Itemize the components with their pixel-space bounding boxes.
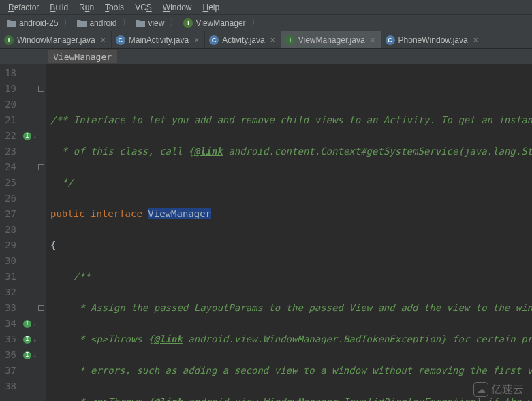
menu-bar: Refactor Build Run Tools VCS Window Help	[0, 0, 532, 15]
line-number: 20	[0, 97, 16, 112]
close-icon[interactable]: ×	[193, 35, 200, 45]
breadcrumb-label: android	[89, 18, 116, 28]
close-icon[interactable]: ×	[99, 35, 107, 45]
class-banner: ViewManager	[0, 49, 532, 64]
chevron-right-icon: 〉	[170, 17, 178, 29]
breadcrumb: android-25 〉 android 〉 view 〉 I ViewMana…	[0, 15, 532, 31]
code-area[interactable]: /** Interface to let you add and remove …	[46, 64, 532, 401]
class-icon: C	[209, 35, 219, 45]
implements-marker-icon[interactable]: I	[23, 336, 31, 344]
line-number: 36	[0, 347, 16, 363]
line-number: 37	[0, 363, 16, 379]
marker-gutter: I↓ I↓ I↓ I↓	[22, 64, 37, 401]
line-number: 29	[0, 238, 16, 253]
chevron-right-icon: 〉	[122, 17, 130, 29]
line-number: 22	[0, 128, 16, 144]
tab-mainactivity[interactable]: C MainActivity.java ×	[112, 31, 206, 48]
menu-vcs[interactable]: VCS	[129, 1, 157, 14]
breadcrumb-label: ViewManager	[195, 18, 245, 28]
tab-label: Activity.java	[222, 35, 264, 45]
line-number: 26	[0, 191, 16, 206]
interface-icon: I	[285, 35, 295, 45]
tab-phonewindow[interactable]: C PhoneWindow.java ×	[381, 31, 484, 48]
fold-toggle-icon[interactable]: −	[38, 305, 44, 311]
implements-marker-icon[interactable]: I	[23, 132, 31, 140]
tab-label: PhoneWindow.java	[398, 35, 468, 45]
chevron-right-icon: 〉	[63, 17, 72, 29]
line-number-gutter: 1819202122232425262728293031323334353637…	[0, 64, 22, 401]
fold-toggle-icon[interactable]: −	[38, 164, 44, 170]
class-banner-label: ViewManager	[48, 50, 117, 63]
implements-marker-icon[interactable]: I	[23, 351, 31, 359]
breadcrumb-class[interactable]: I ViewManager	[179, 18, 249, 28]
code-editor[interactable]: 1819202122232425262728293031323334353637…	[0, 64, 532, 401]
tab-viewmanager[interactable]: I ViewManager.java ×	[281, 31, 381, 48]
class-icon: C	[386, 35, 395, 45]
class-icon: C	[116, 35, 125, 45]
line-number: 32	[0, 285, 16, 300]
implements-marker-icon[interactable]: I	[23, 320, 31, 328]
breadcrumb-subpkg[interactable]: view	[131, 18, 168, 28]
interface-icon: I	[183, 18, 193, 28]
line-number: 31	[0, 269, 16, 285]
tab-label: ViewManager.java	[298, 35, 365, 45]
line-number: 24	[0, 159, 16, 175]
fold-toggle-icon[interactable]: −	[38, 86, 44, 92]
tab-label: WindowManager.java	[17, 35, 95, 45]
menu-run[interactable]: Run	[74, 1, 99, 14]
package-icon	[77, 19, 87, 27]
package-icon	[136, 19, 145, 27]
line-number: 34	[0, 316, 16, 332]
tab-activity[interactable]: C Activity.java ×	[205, 31, 281, 48]
line-number: 27	[0, 206, 16, 222]
breadcrumb-label: view	[148, 18, 164, 28]
line-number: 21	[0, 112, 16, 128]
line-number: 18	[0, 65, 16, 81]
menu-build[interactable]: Build	[44, 1, 74, 14]
line-number: 38	[0, 379, 16, 394]
folder-icon	[7, 19, 16, 27]
cloud-icon: ☁	[473, 382, 488, 397]
line-number: 33	[0, 300, 16, 316]
breadcrumb-sdk[interactable]: android-25	[3, 18, 62, 28]
fold-gutter: − − −	[37, 64, 46, 401]
tab-label: MainActivity.java	[129, 35, 189, 45]
editor-tabs: I WindowManager.java × C MainActivity.ja…	[0, 31, 532, 49]
close-icon[interactable]: ×	[369, 35, 377, 45]
watermark: ☁ 亿速云	[473, 382, 524, 397]
line-number: 23	[0, 144, 16, 159]
tab-windowmanager[interactable]: I WindowManager.java ×	[0, 31, 112, 48]
line-number: 19	[0, 81, 16, 97]
menu-window[interactable]: Window	[157, 1, 198, 14]
watermark-label: 亿速云	[491, 383, 524, 397]
menu-refactor[interactable]: Refactor	[3, 1, 44, 14]
close-icon[interactable]: ×	[472, 35, 480, 45]
menu-help[interactable]: Help	[198, 1, 225, 14]
breadcrumb-label: android-25	[19, 18, 58, 28]
line-number: 30	[0, 253, 16, 269]
close-icon[interactable]: ×	[269, 35, 277, 45]
line-number: 35	[0, 332, 16, 347]
menu-tools[interactable]: Tools	[99, 1, 129, 14]
breadcrumb-pkg[interactable]: android	[73, 18, 121, 28]
line-number: 25	[0, 175, 16, 191]
line-number: 28	[0, 222, 16, 238]
chevron-right-icon: 〉	[251, 17, 260, 29]
interface-icon: I	[4, 35, 14, 45]
